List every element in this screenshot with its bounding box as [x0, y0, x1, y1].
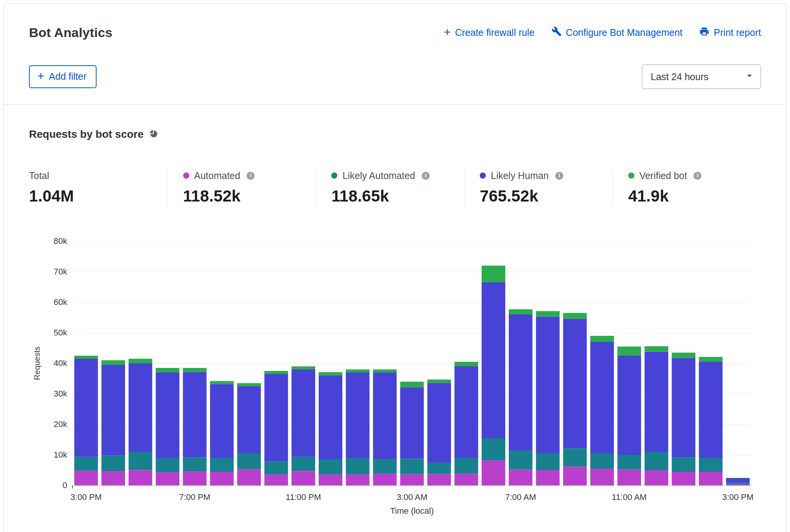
bar-segment-automated[interactable]	[645, 470, 668, 485]
create-firewall-rule-link[interactable]: + Create firewall rule	[444, 27, 535, 39]
bar-segment-verified-bot[interactable]	[455, 362, 478, 366]
bar-segment-automated[interactable]	[563, 466, 587, 485]
bar-segment-likely-automated[interactable]	[590, 453, 614, 469]
bar-segment-likely-automated[interactable]	[237, 453, 261, 469]
bar-segment-verified-bot[interactable]	[237, 383, 261, 386]
bar-segment-likely-automated[interactable]	[726, 483, 750, 484]
bar-segment-likely-human[interactable]	[183, 372, 206, 457]
bar-segment-automated[interactable]	[156, 472, 179, 485]
bar-segment-verified-bot[interactable]	[210, 381, 234, 384]
bar-segment-likely-human[interactable]	[672, 358, 695, 458]
bar-segment-automated[interactable]	[346, 474, 369, 485]
bar-segment-likely-automated[interactable]	[400, 459, 424, 474]
bar-segment-verified-bot[interactable]	[563, 313, 587, 319]
bar-segment-automated[interactable]	[319, 474, 342, 485]
bar-segment-automated[interactable]	[699, 472, 722, 485]
bar-segment-automated[interactable]	[373, 474, 397, 485]
bar-segment-verified-bot[interactable]	[102, 360, 125, 365]
bar-segment-likely-automated[interactable]	[102, 456, 125, 472]
bar-segment-automated[interactable]	[427, 474, 451, 485]
bar-segment-likely-human[interactable]	[536, 317, 559, 453]
bar-segment-verified-bot[interactable]	[726, 478, 750, 478]
bar-segment-verified-bot[interactable]	[129, 359, 152, 363]
info-icon[interactable]: i	[555, 172, 563, 180]
bar-segment-likely-automated[interactable]	[427, 463, 451, 474]
bar-segment-likely-human[interactable]	[129, 363, 152, 452]
bar-segment-automated[interactable]	[237, 469, 261, 485]
bar-segment-automated[interactable]	[210, 472, 234, 485]
bar-segment-likely-automated[interactable]	[129, 452, 152, 470]
info-icon[interactable]: i	[247, 172, 255, 180]
bar-segment-automated[interactable]	[590, 469, 614, 485]
bar-segment-verified-bot[interactable]	[645, 346, 668, 351]
bar-segment-verified-bot[interactable]	[427, 379, 451, 383]
bar-segment-likely-automated[interactable]	[672, 457, 695, 472]
bar-segment-likely-automated[interactable]	[373, 459, 397, 474]
bar-segment-likely-human[interactable]	[427, 383, 451, 463]
bar-segment-likely-automated[interactable]	[536, 453, 559, 470]
bar-segment-automated[interactable]	[400, 474, 424, 485]
bar-segment-likely-human[interactable]	[617, 356, 641, 455]
bar-segment-likely-automated[interactable]	[264, 461, 288, 474]
bar-segment-verified-bot[interactable]	[74, 356, 98, 359]
bar-segment-verified-bot[interactable]	[346, 369, 369, 372]
bar-segment-verified-bot[interactable]	[672, 353, 695, 358]
bar-segment-likely-human[interactable]	[455, 366, 478, 458]
bar-segment-verified-bot[interactable]	[156, 368, 179, 372]
bar-segment-likely-automated[interactable]	[509, 450, 532, 469]
bar-segment-likely-human[interactable]	[590, 342, 614, 453]
bot-score-chart[interactable]: 010k20k30k40k50k60k70k80k3:00 PM7:00 PM1…	[29, 226, 769, 517]
bar-segment-likely-automated[interactable]	[699, 458, 722, 472]
bar-segment-likely-human[interactable]	[264, 374, 288, 461]
bar-segment-likely-human[interactable]	[319, 376, 342, 459]
bar-segment-automated[interactable]	[183, 471, 206, 485]
bar-segment-automated[interactable]	[536, 470, 559, 485]
bar-segment-automated[interactable]	[102, 471, 125, 485]
bar-segment-likely-automated[interactable]	[292, 457, 315, 471]
bar-segment-likely-human[interactable]	[482, 282, 505, 438]
bar-segment-likely-human[interactable]	[699, 362, 722, 458]
bar-segment-likely-automated[interactable]	[210, 458, 234, 472]
bar-segment-automated[interactable]	[482, 460, 505, 485]
bar-segment-likely-automated[interactable]	[617, 455, 641, 469]
bar-segment-automated[interactable]	[672, 472, 695, 485]
configure-bot-management-link[interactable]: Configure Bot Management	[551, 26, 683, 39]
bar-segment-verified-bot[interactable]	[617, 347, 641, 356]
bar-segment-likely-human[interactable]	[74, 359, 98, 457]
bar-segment-likely-human[interactable]	[210, 384, 234, 458]
bar-segment-automated[interactable]	[129, 470, 152, 485]
bar-segment-likely-human[interactable]	[346, 372, 369, 458]
bar-segment-likely-human[interactable]	[645, 352, 668, 452]
bar-segment-likely-automated[interactable]	[455, 458, 478, 474]
bar-segment-likely-automated[interactable]	[183, 457, 206, 471]
bar-segment-likely-automated[interactable]	[563, 448, 587, 466]
bar-segment-verified-bot[interactable]	[482, 266, 505, 282]
bar-segment-likely-automated[interactable]	[645, 452, 668, 470]
bar-segment-likely-automated[interactable]	[346, 458, 369, 474]
bar-segment-likely-automated[interactable]	[156, 458, 179, 472]
bar-segment-verified-bot[interactable]	[536, 311, 559, 316]
bar-segment-likely-human[interactable]	[509, 314, 532, 450]
time-range-dropdown[interactable]: Last 24 hours	[642, 64, 761, 89]
bar-segment-verified-bot[interactable]	[590, 336, 614, 342]
bar-segment-likely-human[interactable]	[156, 372, 179, 458]
bar-segment-verified-bot[interactable]	[400, 382, 424, 387]
bar-segment-automated[interactable]	[509, 469, 532, 485]
bar-segment-verified-bot[interactable]	[319, 372, 342, 376]
bar-segment-verified-bot[interactable]	[183, 368, 206, 372]
bar-segment-likely-automated[interactable]	[482, 438, 505, 460]
bar-segment-likely-human[interactable]	[102, 365, 125, 456]
bar-segment-automated[interactable]	[264, 474, 288, 485]
bar-segment-verified-bot[interactable]	[264, 371, 288, 374]
bar-segment-automated[interactable]	[455, 474, 478, 485]
bar-segment-verified-bot[interactable]	[373, 369, 397, 372]
bar-segment-likely-human[interactable]	[563, 319, 587, 448]
bar-segment-automated[interactable]	[74, 471, 98, 485]
print-report-link[interactable]: Print report	[699, 26, 761, 39]
bar-segment-likely-human[interactable]	[726, 478, 750, 483]
bar-segment-likely-human[interactable]	[373, 372, 397, 459]
info-icon[interactable]: i	[422, 172, 430, 180]
bar-segment-likely-human[interactable]	[400, 387, 424, 459]
add-filter-button[interactable]: + Add filter	[29, 65, 97, 88]
bar-segment-verified-bot[interactable]	[699, 357, 722, 362]
